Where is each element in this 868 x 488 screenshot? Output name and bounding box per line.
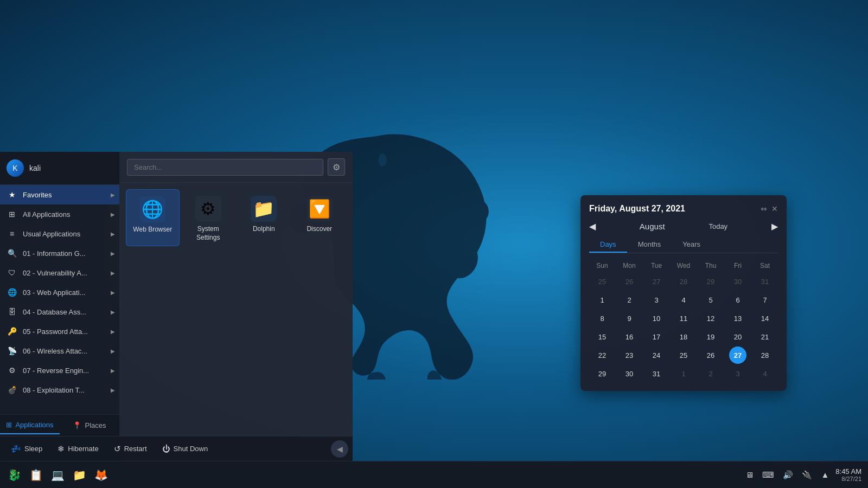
- cal-day[interactable]: 2: [702, 365, 719, 382]
- cal-day[interactable]: 18: [675, 328, 692, 345]
- cal-day[interactable]: 31: [648, 365, 665, 382]
- cal-day[interactable]: 25: [593, 273, 611, 290]
- clock-time: 8:45 AM: [835, 467, 861, 476]
- search-filter-button[interactable]: ⚙: [328, 158, 345, 176]
- cal-tab-months[interactable]: Months: [627, 237, 672, 253]
- taskbar-icon-up-arrow[interactable]: ▲: [819, 468, 831, 481]
- cal-day[interactable]: 21: [756, 328, 774, 345]
- app-item-dolphin[interactable]: 📁 Dolphin: [237, 189, 291, 246]
- cal-day[interactable]: 12: [702, 310, 719, 327]
- cal-tab-years[interactable]: Years: [672, 237, 711, 253]
- cal-day[interactable]: 9: [621, 310, 638, 327]
- cal-day[interactable]: 31: [756, 273, 774, 290]
- cal-day[interactable]: 24: [648, 346, 665, 364]
- cal-day[interactable]: 6: [729, 291, 746, 309]
- search-input[interactable]: [127, 159, 323, 176]
- cal-day[interactable]: 10: [648, 310, 665, 327]
- cal-day[interactable]: 3: [729, 365, 746, 382]
- taskbar-icon-keyboard[interactable]: ⌨: [760, 468, 776, 482]
- app-label-system-settings: System Settings: [186, 225, 231, 242]
- cal-today[interactable]: 27: [729, 346, 746, 364]
- sidebar-item-07-reverse[interactable]: ⚙ 07 - Reverse Engin... ▶: [0, 361, 119, 380]
- taskbar-icon-kali[interactable]: 🐉: [4, 465, 24, 485]
- cal-day[interactable]: 28: [675, 273, 692, 290]
- tab-places[interactable]: 📍 Places: [60, 417, 119, 434]
- sidebar-label-favorites: Favorites: [23, 191, 52, 199]
- taskbar-icon-screen[interactable]: 🖥: [743, 468, 756, 481]
- taskbar-icon-terminal[interactable]: 💻: [48, 465, 67, 485]
- cal-day[interactable]: 17: [648, 328, 665, 345]
- cal-day[interactable]: 29: [593, 365, 611, 382]
- arrow-icon: ▶: [111, 211, 115, 217]
- taskbar-icon-volume[interactable]: 🔊: [781, 468, 795, 482]
- sidebar-item-05-pass[interactable]: 🔑 05 - Password Atta... ▶: [0, 322, 119, 341]
- taskbar-icon-network[interactable]: 🔌: [800, 468, 814, 482]
- clock-widget[interactable]: 8:45 AM 8/27/21: [835, 467, 861, 482]
- app-item-discover[interactable]: 🔽 Discover: [293, 189, 347, 246]
- sidebar-item-favorites[interactable]: ★ Favorites ▶: [0, 185, 119, 204]
- cal-day[interactable]: 19: [702, 328, 719, 345]
- taskbar-icon-firefox[interactable]: 🦊: [91, 465, 111, 485]
- app-item-web-browser[interactable]: 🌐 Web Browser: [126, 189, 180, 246]
- cal-day[interactable]: 2: [621, 291, 638, 309]
- sidebar-icon-all-apps: ⊞: [7, 209, 17, 220]
- sidebar-item-01-info[interactable]: 🔍 01 - Information G... ▶: [0, 243, 119, 263]
- power-btn-hibernate[interactable]: ❄ Hibernate: [51, 441, 105, 457]
- sidebar-item-04-db[interactable]: 🗄 04 - Database Ass... ▶: [0, 302, 119, 322]
- cal-day[interactable]: 8: [593, 310, 611, 327]
- sidebar-item-03-web[interactable]: 🌐 03 - Web Applicati... ▶: [0, 282, 119, 302]
- cal-day[interactable]: 26: [621, 273, 638, 290]
- cal-day[interactable]: 30: [729, 273, 746, 290]
- cal-day[interactable]: 25: [675, 346, 692, 364]
- calendar-today-btn[interactable]: Today: [709, 222, 727, 230]
- calendar-resize-icon[interactable]: ⇔: [761, 204, 767, 213]
- cal-day[interactable]: 26: [702, 346, 719, 364]
- username-label: kali: [29, 164, 41, 172]
- cal-day[interactable]: 3: [648, 291, 665, 309]
- back-button[interactable]: ◀: [331, 440, 348, 458]
- sidebar-item-usual-apps[interactable]: ≡ Usual Applications ▶: [0, 224, 119, 243]
- cal-day[interactable]: 15: [593, 328, 611, 345]
- calendar-prev-btn[interactable]: ◀: [589, 221, 596, 232]
- power-btn-shutdown[interactable]: ⏻ Shut Down: [156, 441, 215, 457]
- taskbar-icon-files[interactable]: 📁: [69, 465, 89, 485]
- cal-day[interactable]: 14: [756, 310, 774, 327]
- arrow-icon: ▶: [111, 290, 115, 296]
- cal-day[interactable]: 30: [621, 365, 638, 382]
- power-btn-restart[interactable]: ↺ Restart: [107, 441, 154, 457]
- sidebar-item-08-exploit[interactable]: 💣 08 - Exploitation T... ▶: [0, 380, 119, 400]
- cal-day[interactable]: 5: [702, 291, 719, 309]
- main-content-panel: ⚙ 🌐 Web Browser ⚙ System Settings 📁 Dolp…: [119, 152, 353, 461]
- cal-day[interactable]: 23: [621, 346, 638, 364]
- calendar-header: Friday, August 27, 2021 ⇔ ✕: [589, 204, 778, 214]
- calendar-close-icon[interactable]: ✕: [771, 204, 778, 213]
- cal-tab-days[interactable]: Days: [589, 237, 627, 253]
- arrow-icon: ▶: [111, 231, 115, 237]
- cal-day[interactable]: 28: [756, 346, 774, 364]
- sidebar-label-usual-apps: Usual Applications: [23, 230, 80, 238]
- cal-day[interactable]: 4: [675, 291, 692, 309]
- cal-day[interactable]: 11: [675, 310, 692, 327]
- taskbar-icon-notes[interactable]: 📋: [26, 465, 46, 485]
- cal-day[interactable]: 1: [593, 291, 611, 309]
- user-section[interactable]: K kali: [0, 152, 119, 185]
- cal-day[interactable]: 27: [648, 273, 665, 290]
- cal-day[interactable]: 22: [593, 346, 611, 364]
- cal-day[interactable]: 20: [729, 328, 746, 345]
- sidebar-item-02-vuln[interactable]: 🛡 02 - Vulnerability A... ▶: [0, 263, 119, 282]
- cal-day[interactable]: 1: [675, 365, 692, 382]
- power-btn-sleep[interactable]: 💤 Sleep: [4, 441, 49, 457]
- cal-day[interactable]: 13: [729, 310, 746, 327]
- app-item-system-settings[interactable]: ⚙ System Settings: [182, 189, 235, 246]
- cal-day[interactable]: 7: [756, 291, 774, 309]
- cal-day[interactable]: 29: [702, 273, 719, 290]
- cal-day[interactable]: 4: [756, 365, 774, 382]
- sidebar-item-06-wireless[interactable]: 📡 06 - Wireless Attac... ▶: [0, 341, 119, 361]
- sidebar-label-01-info: 01 - Information G...: [23, 249, 86, 258]
- hibernate-icon: ❄: [58, 444, 65, 454]
- tab-applications[interactable]: ⊞ Applications: [0, 416, 60, 434]
- calendar-next-btn[interactable]: ▶: [771, 221, 778, 232]
- sidebar-item-all-apps[interactable]: ⊞ All Applications ▶: [0, 204, 119, 224]
- cal-day[interactable]: 16: [621, 328, 638, 345]
- sidebar-icon-04-db: 🗄: [7, 306, 17, 317]
